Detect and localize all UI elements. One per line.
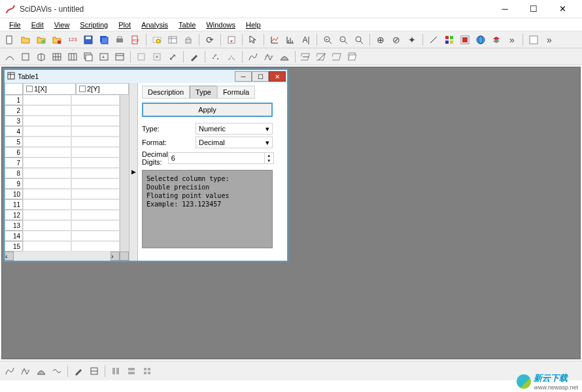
link-button[interactable] xyxy=(150,50,164,64)
save-button[interactable] xyxy=(81,33,95,47)
grid-button[interactable] xyxy=(50,50,64,64)
row-header[interactable]: 13 xyxy=(5,220,23,231)
row-header[interactable]: 11 xyxy=(5,199,23,210)
bt-curve-fit[interactable] xyxy=(3,364,17,378)
palette-button[interactable] xyxy=(442,33,456,47)
cell[interactable] xyxy=(23,95,71,105)
layers-button[interactable] xyxy=(489,33,504,47)
bt-layout2[interactable] xyxy=(124,364,139,378)
pointer-button[interactable] xyxy=(246,33,260,47)
curve-peak-button[interactable] xyxy=(262,50,276,64)
more-button[interactable]: » xyxy=(505,33,519,47)
cell[interactable] xyxy=(71,137,120,147)
refresh-button[interactable]: ⟳ xyxy=(203,33,217,47)
tab-formula[interactable]: Formula xyxy=(217,86,255,99)
line-tool-button[interactable] xyxy=(426,33,441,47)
expand-button[interactable]: ⤢ xyxy=(165,50,180,64)
color-button[interactable] xyxy=(458,33,472,47)
row-header[interactable]: 10 xyxy=(5,189,23,199)
subwin-maximize-button[interactable]: ☐ xyxy=(252,71,269,82)
decimal-digits-spinner[interactable]: ▲▼ xyxy=(168,152,274,164)
open-project-button[interactable] xyxy=(34,33,48,47)
bt-wizard[interactable] xyxy=(71,364,86,378)
row-header[interactable]: 4 xyxy=(5,126,23,137)
cell[interactable] xyxy=(23,210,71,220)
cell[interactable] xyxy=(71,126,120,137)
add-h-button[interactable]: ⊕ xyxy=(373,33,388,47)
cell[interactable] xyxy=(23,168,71,178)
more2-button[interactable]: » xyxy=(542,33,556,47)
cell[interactable] xyxy=(71,210,120,220)
row-header[interactable]: 14 xyxy=(5,231,23,241)
zoom-in-button[interactable]: + xyxy=(320,33,335,47)
format-select[interactable]: Decimal▾ xyxy=(196,137,273,148)
bars-button[interactable] xyxy=(283,33,298,47)
row-header[interactable]: 15 xyxy=(5,241,23,252)
save-all-button[interactable] xyxy=(97,33,111,47)
menu-edit[interactable]: Edit xyxy=(26,20,49,30)
row-header[interactable]: 8 xyxy=(5,168,23,178)
scatter-button[interactable] xyxy=(209,50,223,64)
new-file-button[interactable] xyxy=(3,33,17,47)
density-button[interactable] xyxy=(224,50,239,64)
row-header[interactable]: 12 xyxy=(5,210,23,220)
cell[interactable] xyxy=(23,126,71,137)
curve-area-button[interactable] xyxy=(277,50,292,64)
cell[interactable] xyxy=(71,116,120,126)
minimize-button[interactable]: ─ xyxy=(490,1,519,17)
maximize-button[interactable]: ☐ xyxy=(519,1,548,17)
open-folder-button[interactable] xyxy=(18,33,33,47)
spinner-up[interactable]: ▲ xyxy=(264,153,273,158)
cell[interactable] xyxy=(23,199,71,210)
layer-h-button[interactable] xyxy=(299,50,313,64)
row-header[interactable]: 9 xyxy=(5,178,23,189)
apply-button[interactable]: Apply xyxy=(142,103,273,117)
lock-button[interactable] xyxy=(181,33,196,47)
column-header-y[interactable]: 2[Y] xyxy=(76,83,129,95)
spinner-down[interactable]: ▼ xyxy=(264,158,273,163)
cell[interactable] xyxy=(23,178,71,189)
cell[interactable] xyxy=(71,189,120,199)
cell[interactable] xyxy=(71,168,120,178)
cell[interactable] xyxy=(23,105,71,116)
bt-wizard2[interactable] xyxy=(87,364,101,378)
zoom-out-button[interactable]: - xyxy=(336,33,351,47)
cell[interactable] xyxy=(71,220,120,231)
menu-scripting[interactable]: Scripting xyxy=(75,20,113,30)
cell[interactable] xyxy=(71,157,120,168)
row-header[interactable]: 2 xyxy=(5,105,23,116)
cell[interactable] xyxy=(23,220,71,231)
curve-button[interactable] xyxy=(3,50,17,64)
menu-plot[interactable]: Plot xyxy=(113,20,136,30)
print-button[interactable] xyxy=(112,33,127,47)
cell[interactable] xyxy=(71,199,120,210)
zoom-fit-button[interactable] xyxy=(352,33,366,47)
cell[interactable] xyxy=(23,189,71,199)
bt-curve-area[interactable] xyxy=(34,364,48,378)
prefs-button[interactable] xyxy=(526,33,541,47)
cell[interactable] xyxy=(71,241,120,252)
cell[interactable] xyxy=(71,147,120,157)
box3d-button[interactable] xyxy=(34,50,48,64)
layers-stack-button[interactable] xyxy=(346,50,360,64)
cell[interactable] xyxy=(23,116,71,126)
grid-merge-button[interactable] xyxy=(112,50,127,64)
add-v-button[interactable]: ⊘ xyxy=(389,33,403,47)
subwin-close-button[interactable]: ✕ xyxy=(269,71,286,82)
box-button[interactable] xyxy=(18,50,33,64)
pdf-button[interactable]: PDF xyxy=(128,33,143,47)
select-region-button[interactable] xyxy=(150,33,164,47)
decimal-digits-input[interactable] xyxy=(169,153,264,163)
cell[interactable] xyxy=(23,241,71,252)
grid-insert-button[interactable]: + xyxy=(97,50,111,64)
globe-button[interactable] xyxy=(473,33,488,47)
cell[interactable] xyxy=(23,231,71,241)
layer-empty-button[interactable] xyxy=(330,50,345,64)
menu-help[interactable]: Help xyxy=(241,20,266,30)
row-header[interactable]: 7 xyxy=(5,157,23,168)
menu-file[interactable]: File xyxy=(4,20,26,30)
cell[interactable] xyxy=(23,157,71,168)
table-window-button[interactable] xyxy=(165,33,180,47)
vertical-scrollbar[interactable] xyxy=(120,95,129,252)
bt-curve-peak[interactable] xyxy=(18,364,33,378)
